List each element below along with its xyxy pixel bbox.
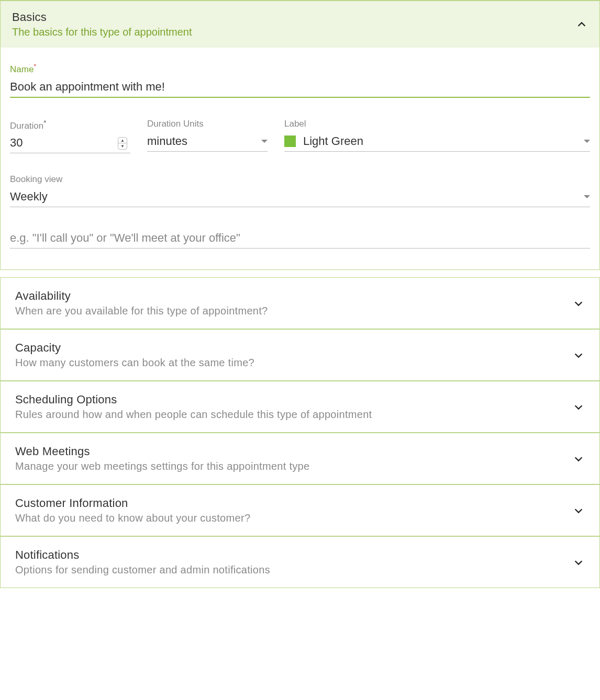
chevron-up-icon [575, 18, 588, 31]
section-title: Scheduling Options [15, 393, 572, 407]
section-web-meetings-header[interactable]: Web Meetings Manage your web meetings se… [1, 433, 599, 484]
section-customer-information-header[interactable]: Customer Information What do you need to… [1, 485, 599, 536]
name-label: Name* [10, 62, 590, 75]
chevron-down-icon [572, 349, 585, 362]
section-scheduling-options: Scheduling Options Rules around how and … [0, 381, 600, 433]
duration-units-label: Duration Units [147, 119, 268, 129]
chevron-down-icon [261, 140, 268, 143]
section-scheduling-options-header[interactable]: Scheduling Options Rules around how and … [1, 381, 599, 432]
section-notifications-header[interactable]: Notifications Options for sending custom… [1, 537, 599, 588]
chevron-down-icon [584, 140, 590, 143]
section-notifications: Notifications Options for sending custom… [0, 536, 600, 588]
section-subtitle: Options for sending customer and admin n… [15, 564, 572, 576]
section-title: Web Meetings [15, 445, 572, 458]
number-spinner: ▲ ▼ [118, 137, 127, 150]
section-customer-information: Customer Information What do you need to… [0, 484, 600, 536]
booking-view-select[interactable]: Weekly [10, 187, 590, 207]
chevron-down-icon [572, 504, 585, 517]
section-availability: Availability When are you available for … [0, 277, 600, 329]
duration-units-value: minutes [147, 134, 187, 148]
label-label: Label [284, 119, 590, 129]
spinner-down-button[interactable]: ▼ [118, 143, 127, 149]
color-swatch [284, 136, 296, 147]
duration-units-select[interactable]: minutes [147, 131, 268, 152]
label-select[interactable]: Light Green [284, 131, 590, 152]
section-subtitle: How many customers can book at the same … [15, 357, 572, 369]
section-subtitle: When are you available for this type of … [15, 305, 572, 317]
section-header-text: Basics The basics for this type of appoi… [12, 10, 575, 38]
section-availability-header[interactable]: Availability When are you available for … [1, 278, 599, 329]
section-title: Notifications [15, 548, 572, 562]
chevron-down-icon [572, 297, 585, 310]
duration-field-wrapper: Duration* ▲ ▼ [10, 119, 130, 154]
section-title: Basics [12, 10, 575, 24]
chevron-down-icon [572, 401, 585, 413]
section-title: Capacity [15, 341, 572, 355]
booking-view-field-wrapper: Booking view Weekly [10, 174, 590, 207]
section-basics-header[interactable]: Basics The basics for this type of appoi… [1, 1, 599, 48]
spinner-up-button[interactable]: ▲ [118, 138, 127, 144]
label-value: Light Green [303, 134, 363, 148]
duration-label: Duration* [10, 119, 130, 131]
name-input[interactable] [10, 77, 590, 98]
chevron-down-icon [572, 453, 585, 465]
booking-view-value: Weekly [10, 190, 48, 204]
section-capacity: Capacity How many customers can book at … [0, 329, 600, 381]
booking-view-label: Booking view [10, 174, 590, 185]
name-field-wrapper: Name* [10, 62, 590, 98]
section-subtitle: What do you need to know about your cust… [15, 512, 572, 524]
section-subtitle: Manage your web meetings settings for th… [15, 460, 572, 472]
duration-input[interactable] [10, 133, 130, 153]
section-web-meetings: Web Meetings Manage your web meetings se… [0, 433, 600, 484]
section-capacity-header[interactable]: Capacity How many customers can book at … [1, 330, 599, 380]
chevron-down-icon [572, 556, 585, 569]
section-basics: Basics The basics for this type of appoi… [0, 0, 600, 270]
label-field-wrapper: Label Light Green [284, 119, 590, 154]
section-basics-body: Name* Duration* ▲ ▼ Duration Units minut… [1, 48, 599, 269]
location-field-wrapper [10, 228, 590, 249]
section-title: Customer Information [15, 496, 572, 510]
duration-units-field-wrapper: Duration Units minutes [147, 119, 268, 154]
collapsed-sections: Availability When are you available for … [0, 277, 600, 588]
section-subtitle: The basics for this type of appointment [12, 26, 575, 38]
chevron-down-icon [584, 195, 590, 198]
section-subtitle: Rules around how and when people can sch… [15, 409, 572, 421]
location-input[interactable] [10, 228, 590, 249]
section-title: Availability [15, 289, 572, 303]
